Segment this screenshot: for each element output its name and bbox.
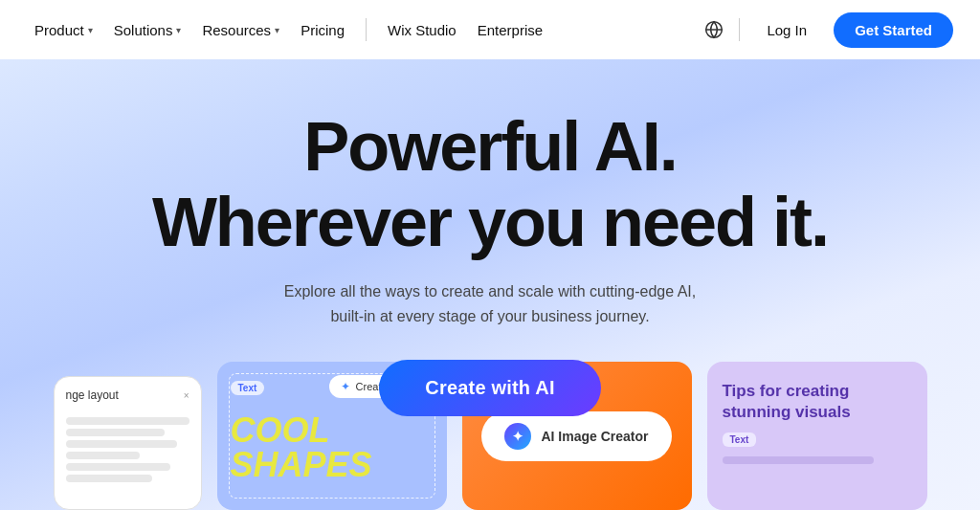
nav-divider (366, 18, 367, 41)
hero-section: Powerful AI. Wherever you need it. Explo… (0, 59, 980, 510)
hero-subtitle: Explore all the ways to create and scale… (152, 279, 828, 328)
hero-text-block: Powerful AI. Wherever you need it. Explo… (152, 109, 828, 329)
nav-pricing-label: Pricing (301, 22, 345, 38)
layout-line (66, 440, 177, 448)
nav-solutions-label: Solutions (114, 22, 173, 38)
nav-item-product[interactable]: Product ▾ (27, 16, 100, 44)
layout-line (66, 417, 189, 425)
nav-item-enterprise[interactable]: Enterprise (470, 16, 550, 44)
tips-title: Tips for creating stunning visuals (723, 381, 912, 423)
chevron-down-icon: ▾ (88, 25, 93, 35)
nav-item-pricing[interactable]: Pricing (293, 16, 352, 44)
ai-icon: ✦ (504, 423, 531, 450)
hero-cta: Create with AI (379, 360, 600, 416)
tips-card: Tips for creating stunning visuals Text (707, 362, 927, 510)
create-with-ai-button[interactable]: Create with AI (379, 360, 600, 416)
chevron-down-icon: ▾ (176, 25, 181, 35)
navigation: Product ▾ Solutions ▾ Resources ▾ Pricin… (0, 0, 980, 59)
nav-divider-right (739, 18, 740, 41)
card2-tag: Text (231, 381, 265, 395)
nav-wix-studio-label: Wix Studio (388, 22, 457, 38)
layout-card: nge layout × (54, 376, 202, 510)
layout-line (66, 475, 152, 482)
layout-line (66, 429, 165, 436)
chevron-down-icon: ▾ (275, 25, 279, 35)
hero-title: Powerful AI. Wherever you need it. (152, 109, 828, 260)
spark-icon: ✦ (341, 380, 350, 393)
cool-text: COOL (231, 413, 434, 448)
shapes-text: SHAPES (231, 448, 434, 482)
tips-tag: Text (723, 432, 757, 447)
tips-line (723, 456, 874, 464)
get-started-button[interactable]: Get Started (834, 12, 953, 48)
layout-card-header: nge layout × (66, 388, 189, 402)
layout-line (66, 463, 171, 471)
nav-item-wix-studio[interactable]: Wix Studio (380, 16, 464, 44)
nav-left: Product ▾ Solutions ▾ Resources ▾ Pricin… (27, 16, 550, 44)
nav-item-resources[interactable]: Resources ▾ (194, 16, 287, 44)
nav-enterprise-label: Enterprise (478, 22, 543, 38)
spark-icon: ✦ (512, 429, 523, 444)
nav-item-solutions[interactable]: Solutions ▾ (106, 16, 189, 44)
nav-resources-label: Resources (202, 22, 271, 38)
language-selector-button[interactable] (704, 20, 724, 39)
ai-image-creator-pill[interactable]: ✦ AI Image Creator (481, 411, 671, 461)
layout-card-lines (66, 417, 189, 482)
nav-right: Log In Get Started (704, 12, 953, 48)
layout-line (66, 452, 140, 459)
login-button[interactable]: Log In (755, 16, 818, 44)
nav-product-label: Product (34, 22, 84, 38)
